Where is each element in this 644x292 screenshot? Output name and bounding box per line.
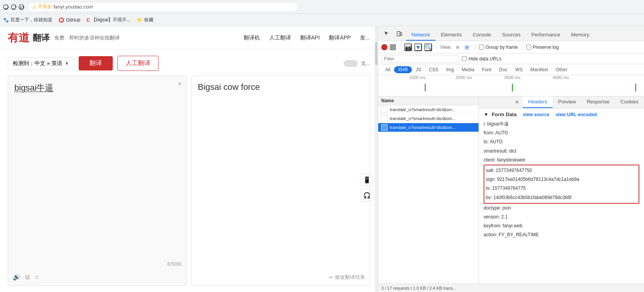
field-val-from: AUTO bbox=[495, 130, 508, 136]
pencil-icon: ✏ bbox=[329, 275, 333, 280]
search-network-button[interactable]: 🔍 bbox=[424, 43, 432, 51]
tab-sources[interactable]: Sources bbox=[497, 29, 526, 41]
nav-translator[interactable]: 翻译机 bbox=[244, 34, 260, 41]
address-bar[interactable]: ⚠ 不安全 fanyi.youdao.com bbox=[27, 2, 298, 12]
bookmark-baidu[interactable]: 🐾 百度一下，你就知道 bbox=[3, 17, 52, 23]
translate-button[interactable]: 翻译 bbox=[79, 56, 113, 70]
field-key-action: action: bbox=[484, 232, 497, 237]
device-toggle-button[interactable] bbox=[394, 28, 405, 39]
request-item-3[interactable]: translate_o?smartresult=dict&sm... bbox=[378, 123, 479, 132]
forward-button[interactable]: → bbox=[11, 4, 16, 10]
type-tab-xhr[interactable]: XHR bbox=[394, 66, 412, 73]
devtools-toolbar: Network Elements Console Sources Perform… bbox=[378, 26, 644, 41]
view-source-link[interactable]: view source bbox=[523, 112, 549, 117]
list-header: Name bbox=[378, 96, 479, 105]
mobile-phone-icon[interactable]: 📱 bbox=[361, 173, 373, 186]
timeline-mark-2000: 2000 ms bbox=[456, 75, 472, 80]
tab-performance[interactable]: Performance bbox=[526, 29, 565, 41]
hide-data-urls-checkbox[interactable]: Hide data URLs bbox=[462, 56, 501, 62]
logo-subtitle: 翻译 bbox=[33, 32, 50, 44]
type-tab-doc[interactable]: Doc bbox=[495, 66, 511, 73]
type-tab-img[interactable]: Img bbox=[442, 66, 458, 73]
type-tab-other[interactable]: Other bbox=[552, 66, 571, 73]
modify-label: 修改翻译结果 bbox=[335, 274, 365, 281]
filter-bar: Hide data URLs bbox=[378, 53, 644, 64]
language-bar: 检测到：中文 » 英语 ▼ 翻译 人工翻译 戈... bbox=[8, 56, 370, 71]
timeline-mark-1000: 1000 ms bbox=[409, 75, 425, 80]
camera-button[interactable]: 📷 bbox=[404, 43, 412, 51]
field-key-keyfrom: keyfrom: bbox=[484, 223, 501, 228]
char-count: 8/5000 bbox=[167, 261, 182, 267]
detail-tab-preview[interactable]: Preview bbox=[553, 96, 581, 108]
nav-human[interactable]: 人工翻译 bbox=[269, 34, 291, 41]
nav-app[interactable]: 翻译APP bbox=[329, 34, 351, 41]
bookmark-favorites[interactable]: 📁 收藏 bbox=[137, 17, 153, 23]
refresh-button[interactable]: ↻ bbox=[19, 4, 24, 10]
list-view-button[interactable]: ≡ bbox=[454, 43, 461, 51]
preserve-log-label: Preserve log bbox=[533, 45, 559, 50]
detail-tab-response[interactable]: Response bbox=[581, 96, 615, 108]
request-item-1[interactable]: translate_o?smartresult=dict&sm... bbox=[378, 105, 479, 114]
clear-button[interactable]: × bbox=[178, 81, 181, 88]
timeline-mark-3000: 3000 ms bbox=[504, 75, 520, 80]
waterfall-view-button[interactable]: ⊞ bbox=[463, 43, 471, 51]
nav-more[interactable]: 发... bbox=[360, 34, 370, 41]
preserve-log-checkbox[interactable]: Preserve log bbox=[526, 45, 559, 50]
field-key-i: i: bbox=[484, 121, 486, 127]
tab-console[interactable]: Console bbox=[467, 29, 497, 41]
detail-tab-headers[interactable]: Headers bbox=[523, 96, 553, 108]
inspect-element-button[interactable] bbox=[381, 28, 392, 39]
filter-button[interactable]: ▼ bbox=[414, 43, 422, 51]
star-button[interactable]: ☆ bbox=[34, 273, 40, 281]
field-val-smartresult: dict bbox=[509, 148, 517, 154]
type-tab-js[interactable]: JS bbox=[412, 66, 425, 73]
devtools-statusbar: 3 / 17 requests | 1.0 KB / 2.4 KB trans.… bbox=[378, 283, 644, 292]
hide-data-urls-label: Hide data URLs bbox=[468, 56, 501, 62]
type-tab-manifest[interactable]: Manifest bbox=[527, 66, 552, 73]
bookmark-csdn[interactable]: C 【bigsai】不慌不... bbox=[86, 17, 131, 23]
record-button[interactable] bbox=[381, 44, 387, 50]
field-val-bv: 140f03b6cc43b5b1fabe089d78dc366f bbox=[493, 195, 572, 200]
form-row-sign: sign: 9217ea01405b6d78113c4a7dc1a1eb9a bbox=[486, 175, 637, 184]
tab-elements[interactable]: Elements bbox=[436, 29, 467, 41]
form-data-toggle-arrow[interactable]: ▼ bbox=[484, 112, 489, 117]
tab-network[interactable]: Network bbox=[406, 29, 436, 41]
request-detail-panel: × Headers Preview Response Cookies ▼ For… bbox=[479, 96, 644, 283]
scrollbar-thumb[interactable] bbox=[375, 42, 377, 65]
filter-input[interactable] bbox=[381, 55, 459, 63]
tab-memory[interactable]: Memory bbox=[566, 29, 595, 41]
manual-translate-button[interactable]: 人工翻译 bbox=[117, 56, 158, 71]
type-tab-all[interactable]: All bbox=[381, 66, 394, 73]
devtools-tabs: Network Elements Console Sources Perform… bbox=[406, 26, 595, 41]
nav-api[interactable]: 翻译API bbox=[300, 34, 320, 41]
type-tab-font[interactable]: Font bbox=[478, 66, 495, 73]
toggle-label: 戈... bbox=[361, 60, 370, 67]
statusbar-text: 3 / 17 requests | 1.0 KB / 2.4 KB trans.… bbox=[381, 286, 456, 290]
copy-button[interactable]: ⧉ bbox=[25, 273, 29, 281]
type-tab-ws[interactable]: WS bbox=[511, 66, 526, 73]
detail-tab-cookies[interactable]: Cookies bbox=[615, 96, 644, 108]
form-row-version: version: 2.1 bbox=[484, 213, 639, 222]
toggle-switch[interactable] bbox=[344, 60, 358, 67]
language-selector[interactable]: 检测到：中文 » 英语 ▼ bbox=[8, 57, 74, 70]
request-item-2[interactable]: translate_o?smartresult=dict&sm... bbox=[378, 114, 479, 123]
page-scrollbar[interactable] bbox=[375, 26, 378, 292]
browser-nav-buttons[interactable]: ← → ↻ bbox=[3, 4, 24, 10]
view-url-encoded-link[interactable]: view URL encoded bbox=[556, 112, 597, 117]
mobile-listen-icon[interactable]: 🎧 bbox=[361, 189, 373, 201]
field-val-action: FY_BY_REALTIME bbox=[499, 232, 539, 237]
type-tab-media[interactable]: Media bbox=[458, 66, 478, 73]
modify-result-button[interactable]: ✏ 修改翻译结果 bbox=[329, 274, 365, 281]
sound-button[interactable]: 🔊 bbox=[13, 273, 21, 281]
back-button[interactable]: ← bbox=[3, 4, 9, 10]
bookmark-github[interactable]: ⭕ GitHub bbox=[59, 17, 80, 23]
detail-close-button[interactable]: × bbox=[511, 96, 523, 108]
stop-recording-button[interactable] bbox=[390, 44, 396, 50]
source-text[interactable]: bigsai牛逼 bbox=[14, 82, 180, 94]
security-warning-text: 不安全 bbox=[38, 3, 52, 10]
lang-dropdown-arrow: ▼ bbox=[65, 61, 69, 66]
type-tab-css[interactable]: CSS bbox=[425, 66, 443, 73]
source-panel-actions: 🔊 ⧉ ☆ bbox=[13, 273, 40, 281]
form-row-bv: bv: 140f03b6cc43b5b1fabe089d78dc366f bbox=[486, 193, 637, 202]
group-by-frame-checkbox[interactable]: Group by frame bbox=[479, 45, 518, 50]
